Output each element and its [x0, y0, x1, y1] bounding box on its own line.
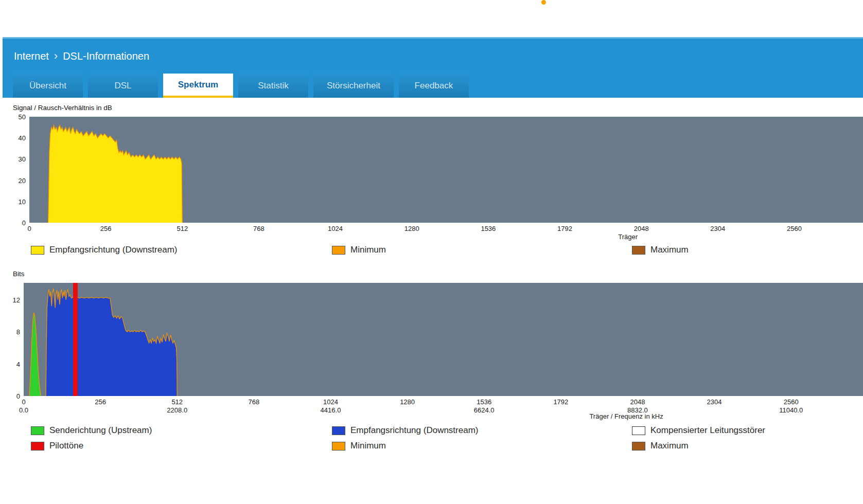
svg-text:1792: 1792 [553, 398, 568, 406]
svg-text:1536: 1536 [481, 225, 496, 232]
legend-item: Minimum [332, 441, 386, 451]
svg-text:0: 0 [22, 398, 25, 406]
svg-text:50: 50 [19, 113, 26, 121]
minimum-swatch [332, 246, 345, 255]
legend-label: Senderichtung (Upstream) [49, 425, 152, 436]
svg-text:2048: 2048 [634, 225, 649, 232]
legend-row: Senderichtung (Upstream)Empfangsrichtung… [13, 424, 863, 439]
svg-text:0: 0 [22, 219, 26, 227]
svg-text:11040.0: 11040.0 [779, 406, 803, 414]
tab-bar: ÜbersichtDSLSpektrumStatistikStörsicherh… [3, 74, 863, 98]
svg-text:1280: 1280 [404, 225, 419, 232]
legend-label: Maximum [650, 245, 689, 255]
legend-item: Minimum [332, 245, 386, 255]
snr-chart-legend: Empfangsrichtung (Downstream)MinimumMaxi… [13, 243, 863, 259]
legend-item: Kompensierter Leitungsstörer [632, 425, 765, 436]
svg-text:1280: 1280 [400, 398, 415, 406]
legend-label: Empfangsrichtung (Downstream) [49, 245, 177, 255]
maximum-swatch [632, 442, 645, 451]
snr-chart-title: Signal / Rausch-Verhältnis in dB [13, 104, 863, 112]
legend-label: Kompensierter Leitungsstörer [650, 425, 765, 436]
bits-chart-title: Bits [13, 270, 863, 278]
svg-text:2560: 2560 [787, 225, 802, 232]
snr-chart-section: Signal / Rausch-Verhältnis in dB 0256512… [13, 104, 863, 259]
svg-text:20: 20 [19, 177, 26, 185]
minimum-swatch [332, 442, 345, 451]
legend-item: Maximum [632, 245, 689, 255]
orange-cursor-dot [541, 0, 546, 5]
svg-text:40: 40 [19, 134, 26, 142]
tab-stoersicherheit[interactable]: Störsicherheit [313, 74, 394, 98]
svg-text:Träger / Frequenz in kHz: Träger / Frequenz in kHz [589, 412, 663, 420]
svg-text:2208.0: 2208.0 [167, 406, 187, 414]
tab-spektrum[interactable]: Spektrum [163, 74, 233, 98]
breadcrumb: Internet › DSL-Informationen [3, 39, 863, 74]
svg-text:4416.0: 4416.0 [321, 406, 341, 414]
upstream-swatch [31, 426, 44, 435]
svg-text:2304: 2304 [710, 225, 725, 232]
svg-text:1792: 1792 [557, 225, 572, 232]
svg-text:2048: 2048 [630, 398, 645, 406]
page-header: Internet › DSL-Informationen ÜbersichtDS… [3, 39, 863, 98]
svg-text:768: 768 [249, 398, 260, 406]
svg-text:Träger: Träger [618, 233, 638, 241]
tab-dsl[interactable]: DSL [88, 74, 158, 98]
svg-text:512: 512 [171, 398, 183, 406]
svg-text:8: 8 [16, 328, 20, 336]
svg-text:768: 768 [253, 225, 265, 232]
content-area: Signal / Rausch-Verhältnis in dB 0256512… [3, 98, 863, 504]
breadcrumb-section-internet[interactable]: Internet [14, 50, 49, 62]
svg-text:4: 4 [16, 361, 20, 368]
legend-label: Pilottöne [49, 441, 83, 451]
tab-feedback[interactable]: Feedback [399, 74, 469, 98]
legend-label: Minimum [350, 441, 386, 451]
legend-item: Maximum [632, 441, 689, 451]
svg-text:2560: 2560 [784, 398, 799, 406]
dsl-information-panel: Internet › DSL-Informationen ÜbersichtDS… [3, 37, 863, 504]
svg-text:1024: 1024 [323, 398, 338, 406]
svg-text:10: 10 [19, 198, 26, 206]
svg-text:0: 0 [16, 392, 20, 400]
bits-chart-legend: Senderichtung (Upstream)Empfangsrichtung… [13, 424, 863, 455]
downstream-swatch [31, 246, 44, 255]
svg-text:2304: 2304 [707, 398, 722, 406]
page-title: DSL-Informationen [63, 50, 149, 62]
breadcrumb-chevron-icon: › [54, 49, 58, 63]
svg-text:256: 256 [100, 225, 112, 232]
bits-spectrum-chart: 0256512768102412801536179220482304256004… [13, 279, 863, 422]
legend-item: Empfangsrichtung (Downstream) [332, 425, 478, 436]
legend-label: Empfangsrichtung (Downstream) [350, 425, 478, 436]
legend-item: Pilottöne [31, 441, 83, 451]
maximum-swatch [632, 246, 645, 255]
legend-label: Maximum [650, 441, 689, 451]
tab-statistik[interactable]: Statistik [238, 74, 308, 98]
legend-item: Empfangsrichtung (Downstream) [31, 245, 177, 255]
legend-item: Senderichtung (Upstream) [31, 425, 152, 436]
svg-text:512: 512 [177, 225, 188, 232]
svg-text:256: 256 [95, 398, 106, 406]
downstream-swatch [332, 426, 345, 435]
compensated-disturber-swatch [632, 426, 645, 435]
svg-text:1536: 1536 [477, 398, 491, 406]
snr-spectrum-chart: 0256512768102412801536179220482304256001… [13, 113, 863, 242]
legend-label: Minimum [350, 245, 386, 255]
svg-text:30: 30 [19, 155, 26, 163]
svg-text:1024: 1024 [328, 225, 343, 232]
svg-text:12: 12 [13, 296, 20, 304]
legend-row: PilottöneMinimumMaximum [13, 439, 863, 455]
svg-text:0: 0 [27, 225, 31, 232]
svg-text:6624.0: 6624.0 [474, 406, 495, 414]
pilot-tones-swatch [31, 442, 44, 451]
bits-chart-section: Bits 02565127681024128015361792204823042… [13, 270, 863, 455]
tab-uebersicht[interactable]: Übersicht [13, 74, 83, 98]
legend-row: Empfangsrichtung (Downstream)MinimumMaxi… [13, 243, 863, 259]
svg-text:0.0: 0.0 [19, 406, 28, 414]
